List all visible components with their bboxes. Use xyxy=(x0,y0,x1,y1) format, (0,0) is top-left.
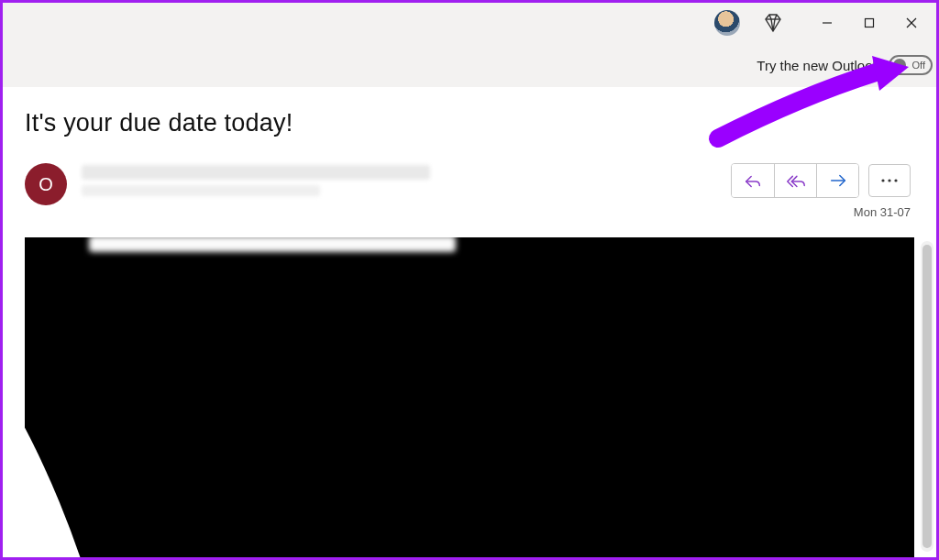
message-actions xyxy=(731,163,911,198)
sender-name-redacted xyxy=(82,165,430,180)
svg-point-6 xyxy=(894,179,897,181)
account-avatar[interactable] xyxy=(714,10,740,36)
svg-point-5 xyxy=(888,179,890,181)
toggle-knob xyxy=(893,59,906,71)
forward-button[interactable] xyxy=(816,164,858,197)
email-date: Mon 31-07 xyxy=(854,205,911,219)
scroll-thumb[interactable] xyxy=(922,245,932,548)
email-header: O xyxy=(25,163,936,219)
premium-diamond-icon[interactable] xyxy=(762,12,784,34)
email-body xyxy=(25,237,914,557)
sender-avatar[interactable]: O xyxy=(25,163,67,205)
minimize-button[interactable] xyxy=(806,3,848,43)
svg-point-4 xyxy=(881,179,884,181)
title-bar xyxy=(3,3,936,43)
close-button[interactable] xyxy=(890,3,933,43)
reply-all-button[interactable] xyxy=(774,164,816,197)
body-top-redacted xyxy=(89,237,456,252)
try-new-outlook-toggle[interactable]: Off xyxy=(889,55,933,75)
email-subject: It's your due date today! xyxy=(25,109,936,137)
vertical-scrollbar[interactable]: ▴ xyxy=(921,241,933,552)
try-new-outlook-label: Try the new Outlook xyxy=(757,58,879,73)
svg-rect-1 xyxy=(866,19,874,27)
try-new-outlook-bar: Try the new Outlook Off xyxy=(3,43,936,87)
more-actions-button[interactable] xyxy=(868,164,911,197)
reply-button[interactable] xyxy=(732,164,774,197)
maximize-button[interactable] xyxy=(848,3,890,43)
recipient-line-redacted xyxy=(82,185,320,196)
toggle-state-label: Off xyxy=(912,60,925,71)
sender-meta xyxy=(82,163,731,196)
